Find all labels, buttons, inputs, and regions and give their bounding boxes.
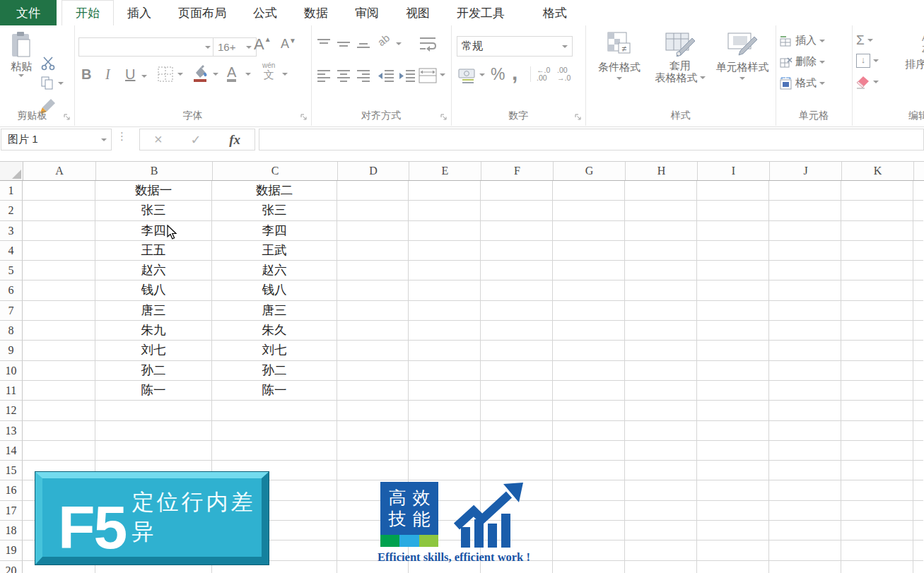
cell-J1[interactable]: [769, 181, 841, 201]
cell-H14[interactable]: [625, 441, 697, 461]
cell-K11[interactable]: [841, 381, 913, 401]
cell-H11[interactable]: [625, 381, 697, 401]
cell-G9[interactable]: [553, 341, 625, 360]
cell-D14[interactable]: [337, 441, 409, 461]
cell-D6[interactable]: [337, 280, 409, 300]
autosum-dropdown[interactable]: [867, 39, 873, 42]
cancel-button[interactable]: ×: [154, 131, 163, 148]
column-header-partial[interactable]: [914, 162, 924, 180]
cell-K1[interactable]: [841, 181, 913, 201]
cell-J8[interactable]: [769, 321, 841, 341]
cell-G15[interactable]: [553, 461, 625, 480]
cell-K3[interactable]: [841, 221, 913, 241]
font-color-button[interactable]: A: [227, 65, 236, 82]
cell-B4[interactable]: 王五: [95, 241, 212, 261]
cell-C1[interactable]: 数据二: [212, 181, 337, 201]
orientation-dropdown[interactable]: [396, 42, 402, 45]
cell-B6[interactable]: 钱八: [95, 280, 212, 300]
insert-function-button[interactable]: fx: [229, 132, 240, 148]
cell-G4[interactable]: [553, 241, 625, 261]
cell-K14[interactable]: [841, 441, 913, 461]
cell-I11[interactable]: [697, 381, 769, 401]
paste-button[interactable]: 粘贴: [6, 31, 37, 77]
cell-partial-17[interactable]: [913, 501, 923, 521]
row-header-9[interactable]: 9: [0, 341, 23, 360]
row-header-18[interactable]: 18: [0, 521, 23, 540]
ribbon-tab-开始[interactable]: 开始: [62, 0, 114, 25]
cell-C13[interactable]: [212, 421, 337, 441]
cell-J3[interactable]: [769, 221, 841, 241]
cell-C7[interactable]: 唐三: [212, 301, 337, 321]
cell-J11[interactable]: [769, 381, 841, 401]
merge-center-icon[interactable]: [419, 68, 437, 83]
cell-I1[interactable]: [697, 181, 769, 201]
cell-K18[interactable]: [841, 521, 913, 540]
cell-K15[interactable]: [841, 461, 913, 480]
cell-D13[interactable]: [337, 421, 409, 441]
cell-K7[interactable]: [841, 301, 913, 321]
cell-K12[interactable]: [841, 401, 913, 420]
formula-bar-resize-handle[interactable]: ⋮: [117, 130, 127, 143]
cell-E15[interactable]: [409, 461, 481, 480]
cell-partial-20[interactable]: [913, 561, 923, 573]
cell-J13[interactable]: [769, 421, 841, 441]
ribbon-tab-开发工具[interactable]: 开发工具: [443, 0, 518, 25]
cell-A1[interactable]: [23, 181, 95, 201]
cell-K8[interactable]: [841, 321, 913, 341]
shrink-font-button[interactable]: A▼: [281, 37, 296, 52]
cell-F9[interactable]: [481, 341, 553, 360]
cell-I17[interactable]: [697, 501, 769, 521]
cell-H8[interactable]: [625, 321, 697, 341]
cell-E10[interactable]: [409, 361, 481, 381]
cell-I13[interactable]: [697, 421, 769, 441]
cell-F11[interactable]: [481, 381, 553, 401]
ribbon-tab-插入[interactable]: 插入: [114, 0, 165, 25]
cell-B11[interactable]: 陈一: [95, 381, 212, 401]
row-header-13[interactable]: 13: [0, 421, 23, 441]
cell-F15[interactable]: [481, 461, 553, 480]
cell-D15[interactable]: [337, 461, 409, 480]
number-dialog-launcher-icon[interactable]: [575, 114, 582, 121]
column-header-C[interactable]: C: [213, 162, 338, 180]
underline-button[interactable]: U: [125, 66, 135, 83]
ribbon-tab-数据[interactable]: 数据: [291, 0, 341, 25]
cell-C5[interactable]: 赵六: [212, 261, 337, 280]
cell-F5[interactable]: [481, 261, 553, 280]
cell-C14[interactable]: [212, 441, 337, 461]
cell-G12[interactable]: [553, 401, 625, 420]
cell-C10[interactable]: 孙二: [212, 361, 337, 381]
merge-center-dropdown[interactable]: [440, 73, 445, 76]
cell-H19[interactable]: [625, 540, 697, 560]
currency-icon[interactable]: [458, 68, 476, 83]
copy-button[interactable]: [41, 76, 54, 90]
cell-A3[interactable]: [23, 221, 95, 241]
cell-J4[interactable]: [769, 241, 841, 261]
cell-J19[interactable]: [769, 540, 841, 560]
cell-E12[interactable]: [409, 401, 481, 420]
cell-partial-3[interactable]: [913, 221, 923, 241]
cell-partial-10[interactable]: [913, 361, 923, 381]
cell-G5[interactable]: [553, 261, 625, 280]
cell-A12[interactable]: [23, 401, 95, 420]
cell-E8[interactable]: [409, 321, 481, 341]
increase-decimal-button[interactable]: ←.0 .00: [530, 66, 550, 82]
cell-I6[interactable]: [697, 280, 769, 300]
cell-G1[interactable]: [553, 181, 625, 201]
align-center-icon[interactable]: [337, 69, 351, 82]
cell-D7[interactable]: [337, 301, 409, 321]
cell-H10[interactable]: [625, 361, 697, 381]
cell-C9[interactable]: 刘七: [212, 341, 337, 360]
cell-B12[interactable]: [95, 401, 212, 420]
row-header-8[interactable]: 8: [0, 321, 23, 341]
row-header-20[interactable]: 20: [0, 561, 23, 573]
cell-F12[interactable]: [481, 401, 553, 420]
row-header-10[interactable]: 10: [0, 361, 23, 381]
alignment-dialog-launcher-icon[interactable]: [440, 114, 448, 121]
underline-dropdown[interactable]: [141, 75, 147, 78]
cell-F1[interactable]: [481, 181, 553, 201]
cell-E14[interactable]: [409, 441, 481, 461]
cell-A4[interactable]: [23, 241, 95, 261]
cell-C11[interactable]: 陈一: [212, 381, 337, 401]
cell-I15[interactable]: [697, 461, 769, 480]
row-header-5[interactable]: 5: [0, 261, 23, 280]
